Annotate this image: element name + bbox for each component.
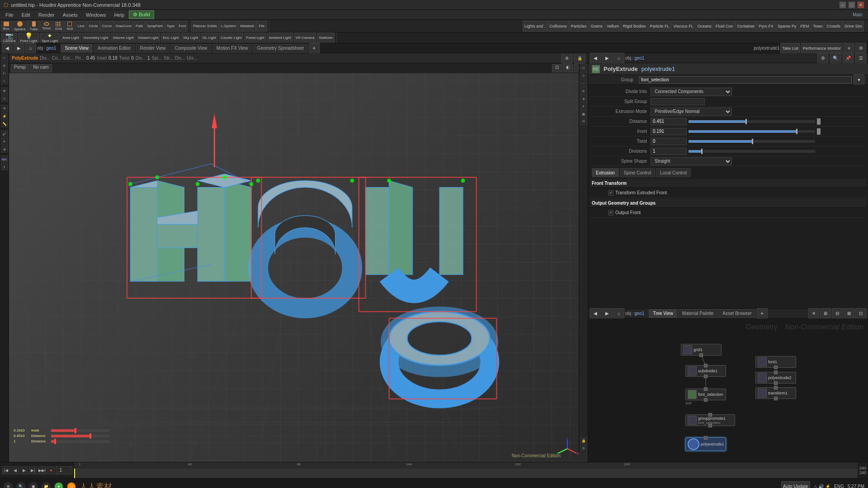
menu-assets[interactable]: Assets <box>59 11 81 19</box>
tool-type[interactable]: Type <box>165 21 176 32</box>
take-list-btn[interactable]: Take List <box>780 43 800 54</box>
collisions-btn[interactable]: Collisions <box>547 21 569 32</box>
persp-cam-btn[interactable]: Persp <box>11 64 29 72</box>
pyro-fx-btn[interactable]: Pyro FX <box>757 21 775 32</box>
timeline-frame-input[interactable] <box>56 466 72 474</box>
node-pe2-input[interactable] <box>774 371 778 374</box>
tool-line[interactable]: Line <box>75 21 86 32</box>
select-tool[interactable]: ↖ <box>1 54 8 61</box>
node-subdivide1-input[interactable] <box>704 364 708 367</box>
close-button[interactable]: ✕ <box>857 1 864 9</box>
props-gear[interactable]: ⚙ <box>817 53 828 64</box>
search-icon[interactable]: 🔍 <box>16 482 25 488</box>
ne-layout-4[interactable]: ⊡ <box>855 308 866 319</box>
caustic-light-btn[interactable]: Caustic Light <box>219 33 243 43</box>
geometry-light-btn[interactable]: Geometry Light <box>82 33 110 43</box>
handle-tool[interactable]: ⊙ <box>1 95 8 102</box>
timeline-record-btn[interactable]: ● <box>47 466 55 474</box>
tab-composite-view[interactable]: Composite View <box>170 44 211 53</box>
pose-tool[interactable]: ✥ <box>1 87 8 94</box>
chrome-icon[interactable]: ● <box>54 482 63 488</box>
divisions-input[interactable] <box>651 148 687 155</box>
node-pe2-output[interactable] <box>774 381 778 385</box>
nav-back[interactable]: ◀ <box>2 43 13 54</box>
sky-light-btn[interactable]: Sky Light <box>181 33 200 43</box>
sculpt-tool[interactable]: ✦ <box>1 138 8 145</box>
ne-layout-2[interactable]: ⊟ <box>832 308 843 319</box>
node-subdivide1[interactable]: subdivide1 <box>685 365 726 377</box>
tool-sphere[interactable]: Sphere <box>12 21 28 32</box>
rigid-bodies-btn[interactable]: Rigid Bodies <box>621 21 648 32</box>
tool-path[interactable]: Path <box>134 21 145 32</box>
tab-animation-editor[interactable]: Animation Editor <box>94 44 135 53</box>
switcher-btn[interactable]: Switcher <box>317 33 335 43</box>
nav-forward[interactable]: ▶ <box>14 43 24 54</box>
node-font1[interactable]: font1 <box>755 356 796 368</box>
timeline-end-btn[interactable]: ▶▶| <box>38 466 46 474</box>
particles-btn[interactable]: Particles <box>569 21 589 32</box>
tool-metaball[interactable]: Metaball <box>238 21 255 32</box>
vp-tool-7[interactable]: ▣ <box>580 110 587 117</box>
spine-shape-select[interactable]: Straight <box>651 157 732 165</box>
timeline-start-btn[interactable]: |◀ <box>2 466 10 474</box>
ne-add-tab[interactable]: + <box>757 308 768 319</box>
props-pin[interactable]: 📌 <box>843 53 854 64</box>
vp-tool-4[interactable]: ⊕ <box>580 87 587 94</box>
menu-file[interactable]: File <box>2 11 17 19</box>
timeline-next-btn[interactable]: ▶| <box>29 466 37 474</box>
node-font-sel-input[interactable] <box>704 387 708 391</box>
ne-nav-home[interactable]: ⌂ <box>613 308 624 319</box>
tab-geometry-spreadsheet[interactable]: Geometry Spreadsheet <box>253 44 307 53</box>
vellum-btn[interactable]: Vellum <box>605 21 621 32</box>
ne-close-btn[interactable]: ✕ <box>808 308 819 319</box>
split-group-input[interactable] <box>651 98 705 105</box>
inset-slider[interactable] <box>51 429 110 432</box>
tab-render-view[interactable]: Render View <box>136 44 170 53</box>
measure-tool[interactable]: 📏 <box>1 120 8 127</box>
node-gp1-input[interactable] <box>708 413 712 417</box>
vp-tool-9[interactable]: 🔒 <box>580 437 587 444</box>
vp-tool-5[interactable]: ◈ <box>580 95 587 102</box>
tool-font[interactable]: Font <box>177 21 188 32</box>
node-grid1-output[interactable] <box>699 353 703 357</box>
node-t1-input[interactable] <box>774 386 778 389</box>
vp-tool-10[interactable]: ⚙ <box>580 445 587 452</box>
info-tool[interactable]: ℹ <box>1 163 8 170</box>
output-front-checkbox[interactable]: ✓ <box>608 210 613 216</box>
vp-wireframe-btn[interactable]: ⊡ <box>552 64 562 72</box>
extrusion-mode-select[interactable]: Primitive/Edge Normal <box>651 108 732 116</box>
node-font-sel-output[interactable] <box>704 398 708 402</box>
node-editor-canvas[interactable]: Non-Commercial Edition Geometry <box>588 319 868 462</box>
timeline-play-btn[interactable]: ▶ <box>20 466 28 474</box>
tool-torus[interactable]: Torus <box>40 21 53 32</box>
grains-btn[interactable]: Grains <box>589 21 604 32</box>
distant-light-btn[interactable]: Distant Light <box>137 33 160 43</box>
abc-tool[interactable]: abc <box>1 155 8 163</box>
snap-tool[interactable]: ⚡ <box>1 113 8 120</box>
viscous-fl-btn[interactable]: Viscous FL <box>671 21 695 32</box>
tab-extrusion[interactable]: Extrusion <box>592 168 619 177</box>
oceans-btn[interactable]: Oceans <box>696 21 713 32</box>
divide-into-select[interactable]: Connected Components <box>651 88 732 96</box>
node-grid1[interactable]: grid1 <box>681 344 722 356</box>
volume-light-btn[interactable]: Volume Light <box>111 33 135 43</box>
ne-layout-3[interactable]: ⊠ <box>844 308 854 319</box>
sparse-py-btn[interactable]: Sparse Py <box>776 21 798 32</box>
menu-edit[interactable]: Edit <box>18 11 34 19</box>
gl-light-btn[interactable]: GL Light <box>201 33 218 43</box>
timeline-track[interactable]: 1 48 96 144 192 240 <box>74 462 858 478</box>
props-menu[interactable]: ☰ <box>855 53 866 64</box>
pane-options-btn[interactable]: ⚙ <box>855 43 866 54</box>
node-subdivide1-output[interactable] <box>704 375 708 378</box>
auto-update-btn[interactable]: Auto Update <box>781 481 810 488</box>
tool-draw-curve[interactable]: DrawCurve <box>114 21 133 32</box>
menu-build[interactable]: ⚙ Build <box>129 10 154 19</box>
menu-render[interactable]: Render <box>35 11 58 19</box>
vp-tool-1[interactable]: ⊡ <box>580 64 587 71</box>
viewport-3d[interactable]: PolyExtrude Div... Co... Ext... Pri... 0… <box>9 53 588 462</box>
node-polyextrude2[interactable]: polyextrude2 <box>755 372 796 384</box>
scale-tool[interactable]: ⤡ <box>1 77 8 84</box>
start-icon[interactable]: ⊞ <box>4 482 13 488</box>
tool-grid[interactable]: Grid <box>53 21 64 32</box>
divisions-slider[interactable] <box>51 440 110 443</box>
